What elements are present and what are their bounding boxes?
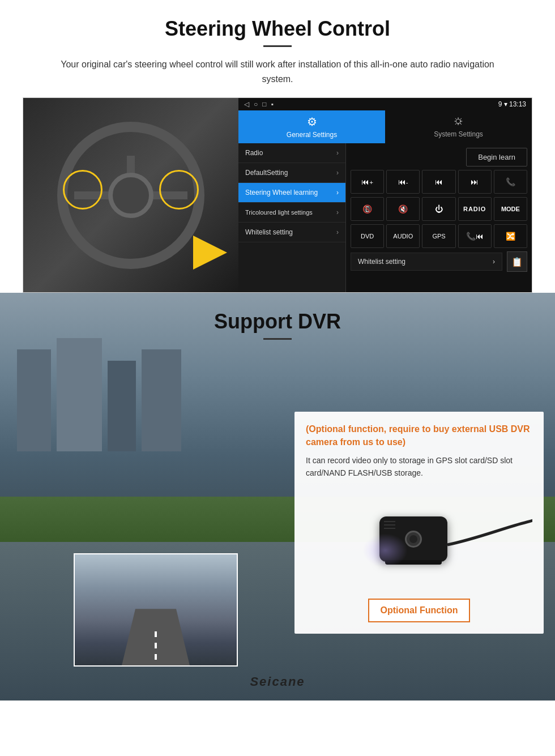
whitelist-label: Whitelist setting: [358, 258, 405, 266]
control-buttons-row2: 📵 🔇 ⏻ RADIO MODE: [351, 197, 527, 221]
menu-item-whitelist[interactable]: Whitelist setting ›: [238, 223, 345, 242]
tab-system-settings[interactable]: ⛭ System Settings: [385, 110, 532, 143]
menu-item-radio-label: Radio: [245, 149, 263, 157]
steering-composite-area: ◁ ○ □ ▪ 9 ▾ 13:13 ⚙ General Settings ⛭ S…: [23, 97, 532, 293]
chevron-right-icon: ›: [336, 228, 339, 236]
general-settings-icon: ⚙: [307, 115, 317, 129]
gps-button[interactable]: GPS: [422, 224, 455, 248]
whitelist-row: Whitelist setting › 📋: [351, 251, 527, 272]
thumbnail-road-line: [155, 631, 157, 660]
back-icon: ◁: [244, 100, 249, 108]
steering-section: Steering Wheel Control Your original car…: [0, 0, 555, 293]
steering-wheel-hub: [108, 173, 153, 218]
building-1: [17, 349, 51, 451]
tab-system-label: System Settings: [434, 130, 483, 138]
steering-control-left-highlight: [63, 170, 103, 210]
menu-item-whitelist-label: Whitelist setting: [245, 228, 293, 236]
chevron-right-icon: ›: [336, 149, 339, 157]
dvr-description: It can record video only to storage in G…: [306, 454, 532, 480]
menu-item-tricoloured-label: Tricoloured light settings: [245, 208, 313, 216]
vol-up-button[interactable]: ⏮+: [351, 170, 384, 194]
building-4: [142, 349, 181, 451]
next-track-button[interactable]: ⏭: [458, 170, 492, 194]
dvr-title-area: Support DVR: [0, 293, 555, 348]
brand-logo: Seicane: [250, 674, 305, 689]
arrow-shape: [193, 236, 227, 270]
statusbar-nav-icons: ◁ ○ □ ▪: [244, 100, 274, 108]
tab-general-settings[interactable]: ⚙ General Settings: [238, 110, 385, 143]
steering-control-right-highlight: [159, 170, 199, 210]
arrow-indicator: [182, 236, 227, 270]
shuffle-next-button[interactable]: 🔀: [494, 224, 527, 248]
dvr-camera-illustration: [306, 488, 532, 590]
home-icon: ○: [254, 100, 258, 108]
dvr-title-divider: [263, 338, 292, 340]
chevron-right-icon: ›: [336, 208, 339, 216]
chevron-right-icon: ›: [336, 169, 339, 177]
section-description: Your original car's steering wheel contr…: [51, 57, 504, 86]
vol-down-button[interactable]: ⏮-: [386, 170, 420, 194]
camera-cable-svg: [306, 488, 532, 590]
page-title: Steering Wheel Control: [23, 17, 532, 41]
control-buttons-row1: ⏮+ ⏮- ⏮ ⏭ 📞: [351, 170, 527, 194]
mute-button[interactable]: 🔇: [386, 197, 420, 221]
steering-wheel-image: [23, 98, 238, 292]
system-settings-icon: ⛭: [453, 115, 464, 128]
menu-item-radio[interactable]: Radio ›: [238, 143, 345, 163]
phone-prev-button[interactable]: 📞⏮: [458, 224, 492, 248]
menu-item-defaultsetting[interactable]: DefaultSetting ›: [238, 163, 345, 183]
title-divider: [263, 45, 292, 47]
android-tabs: ⚙ General Settings ⛭ System Settings: [238, 110, 532, 143]
dvr-section: Support DVR (Optional function, require …: [0, 293, 555, 701]
hangup-button[interactable]: 📵: [351, 197, 384, 221]
control-buttons-row3: DVD AUDIO GPS 📞⏮ 🔀: [351, 224, 527, 248]
settings-menu-list: Radio › DefaultSetting › Steering Wheel …: [238, 143, 346, 292]
menu-item-steering-learning[interactable]: Steering Wheel learning ›: [238, 183, 345, 203]
menu-icon: ▪: [271, 100, 274, 108]
dvr-optional-notice: (Optional function, require to buy exter…: [306, 423, 532, 449]
recents-icon: □: [262, 100, 266, 108]
mode-button[interactable]: MODE: [494, 197, 527, 221]
whitelist-chevron-icon: ›: [493, 258, 495, 266]
steering-control-panel: Begin learn ⏮+ ⏮- ⏮ ⏭ 📞 📵 🔇 ⏻: [346, 143, 532, 292]
statusbar-time: 9 ▾ 13:13: [498, 100, 526, 108]
android-content-area: Radio › DefaultSetting › Steering Wheel …: [238, 143, 532, 292]
building-3: [108, 361, 136, 451]
audio-button[interactable]: AUDIO: [386, 224, 420, 248]
android-statusbar: ◁ ○ □ ▪ 9 ▾ 13:13: [238, 98, 532, 110]
optional-function-badge: Optional Function: [368, 599, 471, 622]
phone-button[interactable]: 📞: [494, 170, 527, 194]
begin-learn-row: Begin learn: [351, 148, 527, 166]
radio-button[interactable]: RADIO: [458, 197, 492, 221]
building-2: [57, 338, 102, 451]
begin-learn-button[interactable]: Begin learn: [466, 148, 527, 166]
menu-item-defaultsetting-label: DefaultSetting: [245, 169, 288, 177]
android-ui-panel: ◁ ○ □ ▪ 9 ▾ 13:13 ⚙ General Settings ⛭ S…: [238, 98, 532, 292]
dvr-section-title: Support DVR: [0, 310, 555, 334]
dvr-info-box: (Optional function, require to buy exter…: [294, 412, 544, 634]
dvr-camera-thumbnail: [74, 553, 238, 667]
menu-item-tricoloured[interactable]: Tricoloured light settings ›: [238, 203, 345, 223]
whitelist-icon[interactable]: 📋: [507, 251, 527, 272]
tab-general-label: General Settings: [287, 131, 337, 139]
dvd-button[interactable]: DVD: [351, 224, 384, 248]
prev-track-button[interactable]: ⏮: [422, 170, 455, 194]
whitelist-setting-item[interactable]: Whitelist setting ›: [351, 253, 502, 271]
menu-item-steering-label: Steering Wheel learning: [245, 189, 318, 197]
chevron-right-icon: ›: [336, 189, 339, 197]
power-button[interactable]: ⏻: [422, 197, 455, 221]
